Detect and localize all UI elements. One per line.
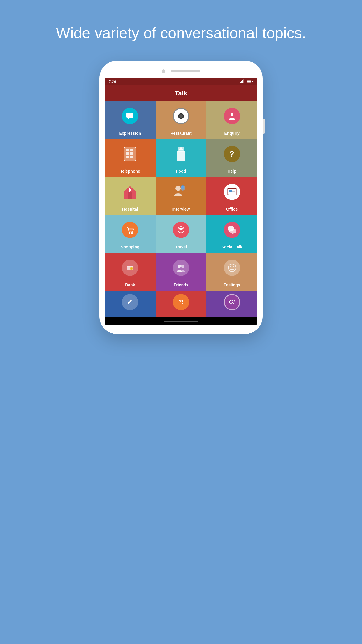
feelings-icon-area — [224, 253, 240, 283]
phone-bottom-bar — [105, 317, 257, 325]
check-icon: ✔ — [122, 294, 138, 310]
svg-point-26 — [175, 186, 181, 191]
grid-item-g[interactable]: G! — [206, 291, 257, 317]
travel-icon — [173, 222, 189, 238]
status-time: 7:26 — [109, 79, 116, 84]
feelings-icon — [224, 260, 240, 276]
grid-item-hospital[interactable]: Hospital — [105, 177, 156, 215]
hospital-label: Hospital — [122, 207, 138, 211]
svg-point-36 — [131, 232, 133, 234]
svg-point-12 — [231, 113, 233, 116]
grid-item-restaurant[interactable]: Restaurant — [156, 101, 207, 139]
grid-row-5: $ Bank — [105, 253, 257, 291]
grid-item-feelings[interactable]: Feelings — [206, 253, 257, 291]
feelings-label: Feelings — [224, 283, 240, 287]
grid-item-friends[interactable]: Friends — [156, 253, 207, 291]
status-bar: 7:26 — [105, 78, 257, 85]
app-title: Talk — [175, 90, 187, 97]
phone-top-bezel — [105, 69, 257, 73]
svg-rect-31 — [229, 190, 232, 192]
svg-rect-25 — [129, 188, 130, 192]
svg-text:$: $ — [131, 268, 132, 270]
svg-point-11 — [179, 114, 183, 118]
bank-icon: $ — [122, 260, 138, 276]
telephone-icon-area — [122, 139, 138, 169]
travel-icon-area — [173, 215, 189, 245]
grid-item-travel[interactable]: Travel — [156, 215, 207, 253]
svg-rect-18 — [126, 156, 129, 158]
grid-item-interview[interactable]: Interview — [156, 177, 207, 215]
svg-rect-2 — [242, 80, 243, 83]
restaurant-icon — [173, 108, 189, 124]
headline: Wide variety of conversational topics. — [50, 23, 312, 43]
svg-rect-1 — [241, 81, 242, 83]
svg-point-35 — [129, 232, 130, 234]
grid-row-6: ✔ ?! G! — [105, 291, 257, 317]
svg-marker-40 — [232, 233, 234, 235]
friends-icon — [173, 260, 189, 276]
restaurant-label: Restaurant — [170, 131, 191, 136]
svg-rect-5 — [252, 81, 253, 82]
grid-row-1: ! Expression Restaurant — [105, 101, 257, 139]
svg-point-46 — [181, 265, 184, 268]
svg-rect-32 — [232, 190, 235, 190]
phone-speaker — [171, 70, 200, 72]
svg-rect-23 — [128, 192, 132, 199]
svg-marker-8 — [128, 118, 130, 120]
check-icon-area: ✔ — [122, 291, 138, 314]
grid-item-check[interactable]: ✔ — [105, 291, 156, 317]
hospital-icon — [122, 184, 138, 200]
svg-text:!: ! — [129, 113, 131, 117]
interview-icon-area — [173, 177, 189, 207]
grid-item-expression[interactable]: ! Expression — [105, 101, 156, 139]
svg-rect-0 — [240, 82, 241, 83]
grid-item-socialtalk[interactable]: Social Talk — [206, 215, 257, 253]
shopping-icon-area — [122, 215, 138, 245]
svg-rect-15 — [130, 149, 133, 151]
help-icon-area: ? — [224, 139, 240, 169]
bank-icon-area: $ — [122, 253, 138, 283]
office-label: Office — [226, 207, 238, 211]
office-icon — [224, 184, 240, 200]
grid-row-4: Shopping Travel — [105, 215, 257, 253]
grid-item-food[interactable]: Food — [156, 139, 207, 177]
grid-item-enquiry[interactable]: Enquiry — [206, 101, 257, 139]
food-icon-area — [174, 139, 188, 169]
svg-rect-39 — [230, 229, 236, 233]
socialtalk-icon-area — [224, 215, 240, 245]
help-label: Help — [227, 169, 236, 174]
g-icon-area: G! — [224, 291, 240, 314]
phone-camera — [162, 69, 165, 73]
svg-rect-3 — [243, 79, 244, 83]
enquiry-icon — [224, 108, 240, 124]
enquiry-label: Enquiry — [224, 131, 240, 136]
svg-point-47 — [228, 264, 236, 272]
signal-icon — [240, 79, 245, 83]
grid-item-bank[interactable]: $ Bank — [105, 253, 156, 291]
phone-device: 7:26 Talk — [99, 61, 263, 334]
grid-row-3: Hospital Interview — [105, 177, 257, 215]
exclaim-icon-area: ?! — [173, 291, 189, 314]
svg-point-45 — [178, 265, 181, 268]
svg-rect-14 — [126, 149, 129, 151]
socialtalk-label: Social Talk — [222, 245, 242, 249]
grid-item-help[interactable]: ? Help — [206, 139, 257, 177]
hospital-icon-area — [122, 177, 138, 207]
expression-icon: ! — [122, 108, 138, 124]
grid-item-telephone[interactable]: Telephone — [105, 139, 156, 177]
shopping-icon — [122, 222, 138, 238]
status-icons — [240, 79, 253, 83]
telephone-label: Telephone — [120, 169, 140, 174]
friends-label: Friends — [174, 283, 189, 287]
grid-item-shopping[interactable]: Shopping — [105, 215, 156, 253]
expression-label: Expression — [119, 131, 141, 136]
svg-rect-6 — [247, 80, 251, 83]
grid-item-exclaim[interactable]: ?! — [156, 291, 207, 317]
exclaim-icon: ?! — [173, 294, 189, 310]
svg-point-49 — [233, 266, 234, 267]
grid-item-office[interactable]: Office — [206, 177, 257, 215]
food-icon — [174, 145, 188, 163]
bank-label: Bank — [125, 283, 135, 287]
app-header: Talk — [105, 85, 257, 101]
help-icon: ? — [224, 146, 240, 162]
